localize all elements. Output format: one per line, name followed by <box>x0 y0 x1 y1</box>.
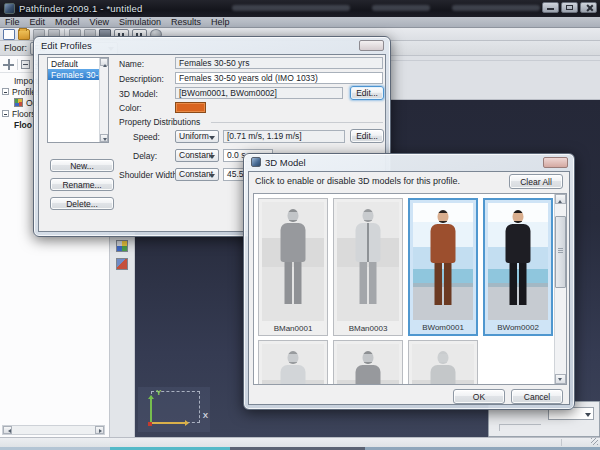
profile-group-icon <box>14 98 23 107</box>
close-icon[interactable] <box>543 157 568 168</box>
speed-distribution-select[interactable]: Uniform <box>175 130 219 143</box>
model-image <box>413 203 473 320</box>
dialog-body: Click to enable or disable 3D models for… <box>248 171 570 405</box>
cancel-button[interactable]: Cancel <box>511 389 563 404</box>
minimize-icon[interactable] <box>542 2 559 13</box>
chevron-down-icon <box>209 155 215 162</box>
axis-gizmo: Y X <box>138 387 210 432</box>
delay-label: Delay: <box>133 151 157 161</box>
menu-edit[interactable]: Edit <box>25 17 51 27</box>
add-obstruction-icon[interactable] <box>116 258 128 270</box>
new-file-icon[interactable] <box>3 29 15 40</box>
maximize-icon[interactable] <box>561 2 578 13</box>
delete-profile-button[interactable]: Delete... <box>50 197 114 210</box>
model-image <box>488 203 548 320</box>
model-image <box>412 344 474 385</box>
edit-speed-button[interactable]: Edit... <box>350 129 384 143</box>
color-label: Color: <box>119 103 142 113</box>
tree-expander-icon[interactable] <box>2 88 9 95</box>
model-name: BMan0003 <box>334 324 402 333</box>
profile-color-swatch[interactable] <box>175 102 206 113</box>
menu-help[interactable]: Help <box>206 17 235 27</box>
scrollbar-thumb[interactable] <box>555 216 566 288</box>
model-thumb-bman0003[interactable]: BMan0003 <box>333 198 403 336</box>
collapse-all-icon[interactable] <box>21 60 30 69</box>
section-divider <box>211 122 383 123</box>
clear-all-button[interactable]: Clear All <box>509 174 563 189</box>
chevron-down-icon <box>585 413 591 420</box>
shoulder-width-label: Shoulder Width: <box>119 170 179 180</box>
3d-model-dialog: 3D Model Click to enable or disable 3D m… <box>243 153 575 410</box>
name-field[interactable]: Females 30-50 yrs <box>175 57 383 69</box>
model-thumb-partial[interactable] <box>258 340 328 385</box>
dialog-icon <box>251 157 261 167</box>
title-bar[interactable]: Pathfinder 2009.1 - *untitled <box>0 0 600 17</box>
dialog-title: Edit Profiles <box>41 40 92 51</box>
pathfinder-app-window: Pathfinder 2009.1 - *untitled File Edit … <box>0 0 600 450</box>
close-icon[interactable] <box>359 40 384 51</box>
model-image <box>337 202 399 321</box>
pan-icon[interactable] <box>3 59 14 70</box>
open-file-icon[interactable] <box>18 29 30 40</box>
background-artifact <box>372 5 430 11</box>
dialog-title-bar[interactable]: Edit Profiles <box>34 37 390 53</box>
edit-3d-model-button[interactable]: Edit... <box>350 86 384 100</box>
description-field[interactable]: Females 30-50 years old (IMO 1033) <box>175 72 383 84</box>
model-thumb-bman0001[interactable]: BMan0001 <box>258 198 328 336</box>
instruction-text: Click to enable or disable 3D models for… <box>255 176 460 186</box>
profile-list-scrollbar[interactable] <box>99 58 108 142</box>
section-title: Property Distributions <box>119 117 200 127</box>
scroll-up-icon[interactable] <box>100 58 108 66</box>
speed-range-field[interactable]: [0.71 m/s, 1.19 m/s] <box>223 130 345 143</box>
app-icon <box>4 3 15 14</box>
add-occupant-icon[interactable] <box>116 240 128 252</box>
window-controls <box>542 2 597 13</box>
model-name: BWom0001 <box>410 323 476 332</box>
scroll-left-icon[interactable] <box>3 426 12 434</box>
scroll-down-icon[interactable] <box>100 134 108 142</box>
close-icon[interactable] <box>580 2 597 13</box>
tree-horizontal-scrollbar[interactable] <box>2 425 105 435</box>
model-thumb-partial[interactable] <box>408 340 478 385</box>
scroll-right-icon[interactable] <box>95 426 104 434</box>
3d-model-field[interactable]: [BWom0001, BWom0002] <box>175 87 343 99</box>
dialog-title-bar[interactable]: 3D Model <box>244 154 574 170</box>
scroll-up-icon[interactable] <box>555 194 566 204</box>
menu-model[interactable]: Model <box>50 17 85 27</box>
menu-results[interactable]: Results <box>166 17 206 27</box>
floor-label: Floor: <box>4 43 27 53</box>
shoulder-distribution-select[interactable]: Constant <box>175 168 219 181</box>
dialog-title: 3D Model <box>265 157 306 168</box>
model-name: BMan0001 <box>259 324 327 333</box>
profile-list[interactable]: Default Females 30-50 yrs <box>47 57 109 143</box>
description-label: Description: <box>119 74 164 84</box>
toolbar-separator <box>17 59 18 70</box>
menu-file[interactable]: File <box>0 17 25 27</box>
menu-simulation[interactable]: Simulation <box>114 17 166 27</box>
x-axis-arrow-icon <box>150 422 188 424</box>
chevron-down-icon <box>209 136 215 143</box>
3d-model-label: 3D Model: <box>119 89 158 99</box>
rename-profile-button[interactable]: Rename... <box>50 178 114 191</box>
model-thumb-bwom0001-selected[interactable]: BWom0001 <box>408 198 478 336</box>
ok-button[interactable]: OK <box>453 389 505 404</box>
name-label: Name: <box>119 59 144 69</box>
scroll-down-icon[interactable] <box>555 374 566 384</box>
model-image <box>337 344 399 385</box>
model-thumb-bwom0002-selected[interactable]: BWom0002 <box>483 198 553 336</box>
new-profile-button[interactable]: New... <box>50 159 114 172</box>
gallery-scrollbar[interactable] <box>554 194 566 384</box>
model-image <box>262 202 324 321</box>
x-axis-label: X <box>203 411 208 420</box>
background-artifact <box>232 5 350 11</box>
sketch-artifact <box>499 424 541 431</box>
y-axis-label: Y <box>156 388 161 397</box>
status-bar <box>0 437 600 447</box>
shoulder-distribution-value: Constant <box>179 169 213 179</box>
menu-view[interactable]: View <box>85 17 114 27</box>
resize-grip[interactable] <box>591 438 598 445</box>
model-thumb-partial[interactable] <box>333 340 403 385</box>
tree-expander-icon[interactable] <box>2 110 9 117</box>
model-gallery: BMan0001 BMan0003 BWom0001 <box>253 193 567 385</box>
delay-distribution-select[interactable]: Constant <box>175 149 219 162</box>
